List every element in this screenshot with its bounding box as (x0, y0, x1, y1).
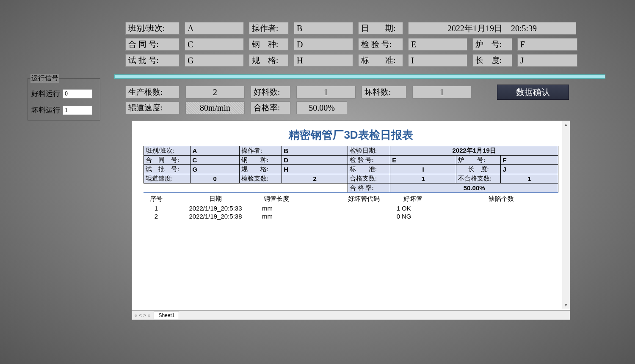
rh-op-v: B (282, 146, 348, 156)
col-def: 缺陷个数 (444, 194, 558, 204)
rh-spec-l: 规 格: (239, 165, 282, 174)
report-column-headers: 序号 日期 钢管长度 好坏管代码 好坏管 缺陷个数 (144, 194, 558, 204)
scrollbar[interactable]: ▴ ▾ (562, 121, 570, 309)
rh-ng-l: 不合格支数: (456, 174, 500, 183)
rh-std-v: I (390, 165, 456, 174)
bad-count-label: 坏料数: (362, 86, 406, 99)
speed-value: 80m/min (185, 101, 245, 114)
col-len: 钢管长度 (262, 194, 326, 204)
batch-input[interactable]: G (185, 54, 244, 67)
cell-code: 1 (326, 205, 402, 212)
rh-shift-l: 班别/班次: (144, 146, 190, 156)
rh-len-v: J (501, 165, 558, 174)
report-title: 精密钢管厂3D表检日报表 (132, 121, 570, 146)
rh-spec-v: H (282, 165, 348, 174)
rh-std-l: 标 准: (348, 165, 390, 174)
signal-panel: 运行信号 好料运行 0 坏料运行 1 (28, 78, 100, 120)
bad-count-value: 1 (412, 86, 472, 99)
contract-label: 合 同 号: (125, 38, 179, 51)
report-panel: ▴ ▾ 精密钢管厂3D表检日报表 班别/班次: A 操作者: B 检验日期: 2… (132, 120, 570, 320)
rh-ok-l: 合格支数: (348, 174, 390, 183)
form-area: 班别/班次: A 操作者: B 日 期: 2022年1月19日 20:5:39 … (125, 22, 591, 70)
rh-batch-v: G (190, 165, 239, 174)
rh-ino-v: E (390, 156, 456, 165)
rh-ng-v: 1 (501, 174, 558, 183)
table-row: 12022/1/19_20:5:33mm1OK (144, 204, 558, 212)
rh-steel-v: D (282, 156, 348, 165)
produce-value: 2 (185, 86, 245, 99)
rh-idate-l: 检验日期: (348, 146, 390, 156)
operator-label: 操作者: (249, 22, 289, 35)
rh-batch-l: 试 批 号: (144, 165, 190, 174)
table-row: 22022/1/19_20:5:38mm0NG (144, 212, 558, 220)
signal-legend: 运行信号 (30, 74, 59, 83)
rh-contract-v: C (190, 156, 239, 165)
contract-input[interactable]: C (185, 38, 244, 51)
scroll-up-icon[interactable]: ▴ (565, 122, 567, 127)
scroll-down-icon[interactable]: ▾ (565, 302, 567, 308)
rh-furnace-l: 炉 号: (456, 156, 500, 165)
rate-value: 50.00% (296, 101, 347, 114)
report-data: 12022/1/19_20:5:33mm1OK22022/1/19_20:5:3… (144, 204, 558, 220)
stats-row: 生产根数: 2 好料数: 1 坏料数: 1 数据确认 (125, 85, 591, 100)
good-run-value[interactable]: 0 (63, 89, 92, 99)
report-header-table: 班别/班次: A 操作者: B 检验日期: 2022年1月19日 合 同 号: … (144, 146, 558, 193)
rate-label: 合格率: (251, 101, 290, 114)
std-label: 标 准: (358, 54, 403, 67)
furnace-label: 炉 号: (472, 38, 512, 51)
col-code: 好坏管代码 (326, 194, 402, 204)
rh-icount-v: 2 (282, 174, 348, 183)
date-label: 日 期: (358, 22, 403, 35)
furnace-input[interactable]: F (517, 38, 577, 51)
rh-rate-l: 合 格 率: (348, 183, 390, 193)
cell-pipe: NG (402, 213, 444, 220)
inspect-label: 检 验 号: (358, 38, 403, 51)
std-input[interactable]: I (408, 54, 467, 67)
rh-ok-v: 1 (390, 174, 456, 183)
rh-steel-l: 钢 种: (239, 156, 282, 165)
confirm-button[interactable]: 数据确认 (497, 85, 569, 100)
cell-len: mm (262, 213, 326, 220)
rh-idate-v: 2022年1月19日 (390, 146, 558, 156)
col-seq: 序号 (144, 194, 169, 204)
cell-code: 0 (326, 213, 402, 220)
good-count-value: 1 (296, 86, 356, 99)
operator-input[interactable]: B (294, 22, 353, 35)
batch-label: 试 批 号: (125, 54, 179, 67)
rh-speed-v: 0 (190, 174, 239, 183)
rh-len-l: 长 度: (456, 165, 500, 174)
rh-ino-l: 检 验 号: (348, 156, 390, 165)
spec-input[interactable]: H (294, 54, 353, 67)
speed-label: 辊道速度: (125, 101, 179, 114)
rh-shift-v: A (190, 146, 239, 156)
good-count-label: 好料数: (251, 86, 290, 99)
bad-run-label: 坏料运行 (31, 105, 60, 115)
cell-date: 2022/1/19_20:5:38 (169, 213, 262, 220)
cell-def (444, 213, 558, 220)
stats-row-2: 辊道速度: 80m/min 合格率: 50.00% (125, 101, 464, 114)
spec-label: 规 格: (249, 54, 289, 67)
sheet-nav-buttons[interactable]: « < > » (132, 312, 153, 318)
rh-contract-l: 合 同 号: (144, 156, 190, 165)
produce-label: 生产根数: (125, 86, 179, 99)
cell-seq: 2 (144, 213, 169, 220)
col-date: 日期 (169, 194, 262, 204)
cell-len: mm (262, 205, 326, 212)
rh-icount-l: 检验支数: (239, 174, 282, 183)
steel-input[interactable]: D (294, 38, 353, 51)
date-input[interactable]: 2022年1月19日 20:5:39 (408, 22, 576, 35)
col-pipe: 好坏管 (402, 194, 444, 204)
cell-def (444, 205, 558, 212)
divider (114, 74, 605, 79)
shift-label: 班别/班次: (125, 22, 179, 35)
rh-op-l: 操作者: (239, 146, 282, 156)
sheet-tab[interactable]: Sheet1 (154, 312, 179, 319)
inspect-input[interactable]: E (408, 38, 467, 51)
cell-date: 2022/1/19_20:5:33 (169, 205, 262, 212)
cell-pipe: OK (402, 205, 444, 212)
bad-run-value[interactable]: 1 (63, 106, 92, 115)
shift-input[interactable]: A (185, 22, 244, 35)
rh-rate-v: 50.00% (390, 183, 558, 193)
steel-label: 钢 种: (249, 38, 289, 51)
length-input[interactable]: J (517, 54, 577, 67)
